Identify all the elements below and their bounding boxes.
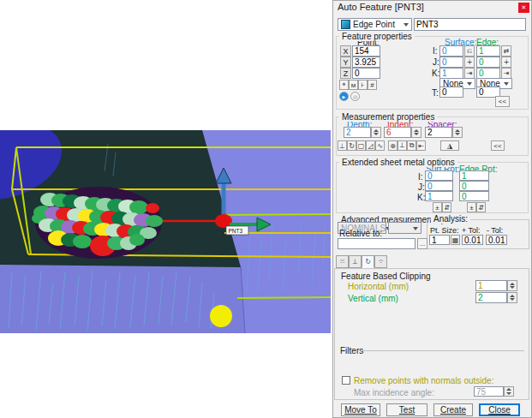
point-size-button[interactable]: ▦ [451, 235, 460, 245]
surface-i-input[interactable] [439, 45, 463, 57]
angle-filter-button[interactable]: ◮ [440, 140, 459, 151]
measure-mode-button-3[interactable]: ▢ [356, 140, 366, 151]
grid-icon: ⁘ [378, 258, 384, 266]
horizontal-input[interactable] [475, 280, 507, 291]
feature-properties-label: Feature properties [339, 32, 415, 41]
pick-point-button[interactable]: ⌖ [339, 80, 349, 90]
align-icon: ⇥ [504, 69, 510, 77]
relative-to-input[interactable] [338, 238, 415, 249]
feature-collapse-button[interactable]: << [495, 96, 510, 107]
close-button[interactable]: ✕ [518, 3, 529, 13]
i-label: I: [418, 172, 423, 182]
chevron-down-icon [504, 82, 509, 88]
close-icon: ✕ [522, 4, 527, 11]
feature-type-dropdown[interactable]: Edge Point [338, 18, 412, 31]
create-button[interactable]: Create [433, 403, 473, 416]
feature-name-input[interactable] [414, 18, 526, 31]
edge-rpt-k-input[interactable] [459, 191, 489, 201]
point-label-tag: PNT3 [226, 226, 248, 235]
grid-button[interactable]: # [368, 80, 377, 90]
surf-rpt-adjust-button[interactable]: ± [433, 202, 442, 212]
vertical-spinner[interactable] [507, 292, 517, 303]
feature-type-value: Edge Point [353, 20, 395, 29]
surface-i-flip-button[interactable]: ⎌ [464, 45, 475, 57]
cad-viewport[interactable]: PNT3 [0, 130, 331, 333]
measure-mode-button-8[interactable]: ⧉ [407, 140, 416, 151]
probe-icon: ⟂ [400, 141, 404, 150]
move-to-button[interactable]: Move To [341, 403, 380, 416]
tab-clipping[interactable]: ↻ [362, 255, 374, 268]
pt-size-input[interactable] [429, 235, 450, 245]
measure-mode-button-7[interactable]: ⟂ [398, 140, 407, 151]
horizontal-spinner[interactable] [507, 280, 517, 291]
test-button[interactable]: Test [386, 403, 427, 416]
surf-rpt-k-input[interactable] [425, 191, 453, 201]
y-coordinate-input[interactable] [352, 57, 380, 68]
chevron-down-icon [403, 23, 409, 29]
x-coordinate-input[interactable] [352, 45, 380, 57]
edge-rpt-i-input[interactable] [459, 170, 489, 181]
minus-tol-input[interactable] [486, 235, 507, 245]
edge-rpt-updown-button[interactable]: ⇵ [476, 202, 486, 212]
vector-icon: ⟂ [353, 258, 357, 266]
tab-points[interactable]: ⁙ [336, 255, 349, 268]
measure-mode-button-6[interactable]: ⊕ [388, 140, 398, 151]
measure-button[interactable]: ᴍ [349, 80, 358, 90]
surface-j-input[interactable] [439, 57, 463, 68]
measure-icon: ᴍ [351, 81, 356, 89]
measurement-properties-label: Measurement properties [339, 112, 437, 122]
indent-spinner[interactable] [411, 127, 421, 138]
max-incidence-spinner[interactable] [504, 386, 514, 397]
edge-i-swap-button[interactable]: ⇄ [501, 45, 511, 57]
target-icon: ⊕ [390, 142, 396, 150]
snap-button[interactable]: ⊦ [358, 80, 368, 90]
edge-i-input[interactable] [476, 45, 500, 57]
spacer-input[interactable] [425, 127, 452, 138]
tab-grid[interactable]: ⁘ [374, 255, 387, 268]
ellipsis-icon: ... [420, 240, 426, 248]
surf-rpt-j-input[interactable] [425, 181, 453, 191]
surf-rpt-updown-button[interactable]: ⇵ [442, 202, 451, 212]
surf-rpt-i-input[interactable] [425, 170, 453, 181]
play-icon: ▶ [343, 94, 346, 99]
app-canvas: PNT3 Auto Feature [PNT3] ✕ Edge Point Fe… [0, 0, 532, 418]
points-icon: ⁙ [339, 258, 345, 266]
measure-mode-button-1[interactable]: ⊥ [338, 140, 347, 151]
remove-points-checkbox[interactable] [342, 376, 350, 385]
close-button-footer[interactable]: Close [479, 403, 520, 416]
execute-button[interactable]: ▶ [339, 92, 349, 101]
edge-rpt-adjust-button[interactable]: ± [467, 202, 476, 212]
depth-input[interactable] [344, 127, 371, 138]
reset-button[interactable]: ◎ [350, 92, 360, 101]
chevron-down-icon [413, 227, 418, 233]
vertical-input[interactable] [475, 292, 507, 303]
collapse-chevrons-icon: << [499, 98, 506, 105]
j-label: J: [433, 57, 439, 67]
nominals-secondary-dropdown[interactable] [388, 222, 421, 234]
plus-tol-input[interactable] [462, 235, 483, 245]
surface-j-flip-button[interactable]: ∔ [464, 57, 475, 68]
browse-button[interactable]: ... [417, 238, 427, 249]
measure-mode-button-5[interactable]: ∿ [375, 140, 385, 151]
measurement-collapse-button[interactable]: << [491, 140, 505, 151]
tab-vector[interactable]: ⟂ [349, 255, 362, 268]
depth-spinner[interactable] [371, 127, 381, 138]
z-coordinate-input[interactable] [352, 68, 380, 79]
rotate-icon: ↻ [349, 142, 355, 150]
indent-input[interactable] [384, 127, 411, 138]
plus-minus-icon: ± [435, 204, 439, 212]
measure-mode-button-2[interactable]: ↻ [347, 140, 356, 151]
measure-mode-button-4[interactable]: ◿ [366, 140, 375, 151]
crosshair-icon: ⌖ [342, 81, 346, 89]
analysis-label: Analysis: [431, 214, 470, 224]
refresh-icon: ↻ [365, 258, 371, 266]
spacer-spinner[interactable] [452, 127, 463, 138]
edge-rpt-j-input[interactable] [459, 181, 489, 191]
max-incidence-input[interactable] [474, 386, 504, 397]
measure-mode-button-9[interactable]: ⇤ [416, 140, 426, 151]
perpendicular-icon: ⊥ [339, 142, 345, 150]
t-surface-input[interactable] [439, 87, 463, 98]
edge-j-flip-button[interactable]: ∔ [501, 57, 511, 68]
edge-j-input[interactable] [476, 57, 500, 68]
x-axis-label: X [340, 45, 351, 57]
